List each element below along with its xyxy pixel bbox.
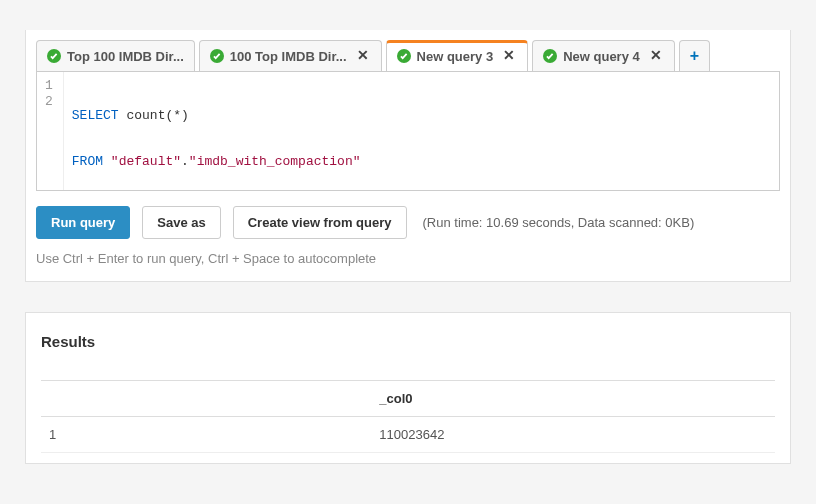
success-icon (47, 49, 61, 63)
table-row: 1 110023642 (41, 417, 775, 453)
tab-label: New query 4 (563, 49, 640, 64)
tab-label: New query 3 (417, 49, 494, 64)
tab-label: Top 100 IMDB Dir... (67, 49, 184, 64)
sql-editor[interactable]: 1 2 SELECT count(*) FROM "default"."imdb… (36, 71, 780, 191)
tab-label: 100 Top IMDB Dir... (230, 49, 347, 64)
line-gutter: 1 2 (37, 72, 64, 190)
close-icon[interactable]: ✕ (501, 48, 517, 64)
results-panel: Results _col0 1 110023642 (25, 312, 791, 464)
create-view-button[interactable]: Create view from query (233, 206, 407, 239)
col-header-rownum (41, 381, 371, 417)
code-area[interactable]: SELECT count(*) FROM "default"."imdb_wit… (64, 72, 369, 190)
col-header-0: _col0 (371, 381, 775, 417)
query-panel: Top 100 IMDB Dir... 100 Top IMDB Dir... … (25, 30, 791, 282)
close-icon[interactable]: ✕ (355, 48, 371, 64)
run-info: (Run time: 10.69 seconds, Data scanned: … (423, 215, 695, 230)
tab-3[interactable]: New query 4 ✕ (532, 40, 675, 71)
run-query-button[interactable]: Run query (36, 206, 130, 239)
tab-2[interactable]: New query 3 ✕ (386, 40, 529, 71)
tabs-bar: Top 100 IMDB Dir... 100 Top IMDB Dir... … (26, 30, 790, 71)
cell-rownum: 1 (41, 417, 371, 453)
success-icon (210, 49, 224, 63)
shortcut-hint: Use Ctrl + Enter to run query, Ctrl + Sp… (26, 251, 790, 281)
close-icon[interactable]: ✕ (648, 48, 664, 64)
results-heading: Results (41, 333, 775, 350)
action-row: Run query Save as Create view from query… (26, 206, 790, 251)
save-as-button[interactable]: Save as (142, 206, 220, 239)
new-tab-button[interactable]: + (679, 40, 710, 71)
success-icon (397, 49, 411, 63)
tab-1[interactable]: 100 Top IMDB Dir... ✕ (199, 40, 382, 71)
tab-0[interactable]: Top 100 IMDB Dir... (36, 40, 195, 71)
success-icon (543, 49, 557, 63)
cell-value: 110023642 (371, 417, 775, 453)
results-table: _col0 1 110023642 (41, 380, 775, 453)
